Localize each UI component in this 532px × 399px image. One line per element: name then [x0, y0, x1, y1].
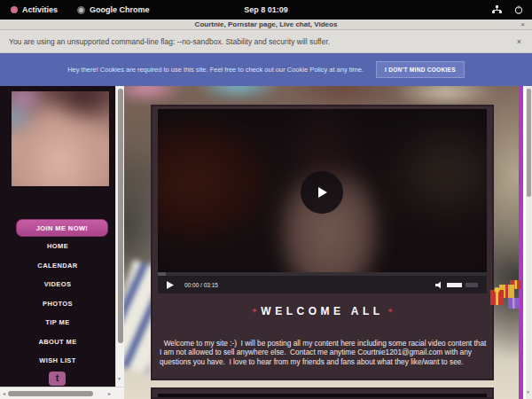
next-content-panel — [151, 387, 494, 399]
sidebar-vertical-scrollbar-thumb[interactable] — [118, 89, 123, 343]
scroll-right-arrow-icon[interactable]: ► — [107, 391, 112, 396]
join-me-now-button[interactable]: JOIN ME NOW! — [16, 219, 108, 237]
volume-icon[interactable] — [435, 281, 443, 289]
network-icon[interactable] — [492, 5, 502, 14]
sidebar-nav: HOME CALENDAR VIDEOS PHOTOS TIP ME ABOUT… — [0, 242, 115, 364]
sidebar-item-wish-list[interactable]: WISH LIST — [0, 356, 115, 364]
video-play-button[interactable] — [301, 171, 343, 214]
diamond-icon: ✦ — [248, 307, 262, 315]
sidebar-item-videos[interactable]: VIDEOS — [0, 280, 115, 288]
controls-play-icon[interactable] — [167, 281, 174, 289]
welcome-paragraph-1: Welcome to my site :-) I will be posting… — [160, 339, 489, 367]
video-time-display: 00:00 / 03:15 — [184, 282, 218, 288]
page-content: JOIN ME NOW! HOME CALENDAR VIDEOS PHOTOS… — [0, 86, 532, 399]
power-icon[interactable] — [514, 5, 523, 14]
system-top-bar: Sep 8 01:09 Activities Google Chrome — [0, 0, 532, 20]
system-clock[interactable]: Sep 8 01:09 — [0, 5, 532, 14]
sidebar-vertical-scrollbar[interactable]: ▼ — [115, 86, 124, 387]
page-vertical-scrollbar[interactable]: ▼ — [526, 86, 532, 399]
sidebar-horizontal-scrollbar-thumb[interactable] — [8, 391, 93, 396]
page-vertical-scrollbar-thumb[interactable] — [527, 89, 531, 197]
welcome-heading-text: WELCOME ALL — [261, 305, 383, 317]
cookie-message: Hey there! Cookies are required to use t… — [67, 66, 364, 74]
model-photo-blur — [12, 91, 109, 186]
welcome-heading: ✦WELCOME ALL✦ — [153, 305, 492, 317]
sidebar: JOIN ME NOW! HOME CALENDAR VIDEOS PHOTOS… — [0, 86, 115, 399]
window-close-icon[interactable]: × — [520, 20, 525, 28]
play-icon — [315, 185, 329, 200]
window-title: Courtnie, Pornstar page, Live chat, Vide… — [195, 20, 338, 28]
scroll-down-arrow-icon[interactable]: ▼ — [117, 376, 121, 381]
video-controls-bar: 00:00 / 03:15 — [158, 272, 487, 293]
video-player[interactable]: 00:00 / 03:15 — [158, 109, 487, 293]
cookie-banner: Hey there! Cookies are required to use t… — [0, 53, 532, 86]
screen: Sep 8 01:09 Activities Google Chrome Cou… — [0, 0, 532, 399]
volume-level-filled[interactable] — [447, 283, 462, 287]
page-scroll-down-arrow-icon[interactable]: ▼ — [526, 389, 530, 395]
infobar-close-icon[interactable]: × — [517, 37, 521, 46]
sidebar-item-home[interactable]: HOME — [0, 242, 115, 250]
sidebar-item-about-me[interactable]: ABOUT ME — [0, 338, 115, 346]
welcome-panel: 00:00 / 03:15 ✦WELCOME ALL✦ Welcome to m… — [151, 105, 494, 380]
sidebar-item-photos[interactable]: PHOTOS — [0, 300, 115, 308]
infobar-message: You are using an unsupported command-lin… — [9, 37, 330, 46]
sidebar-item-calendar[interactable]: CALENDAR — [0, 262, 115, 270]
sidebar-horizontal-scrollbar[interactable]: ◄ ► — [0, 387, 124, 399]
cookie-accept-button[interactable]: I DON'T MIND COOKIES — [376, 61, 465, 78]
volume-level-rest[interactable] — [466, 283, 478, 287]
twitter-icon[interactable]: t — [49, 372, 66, 386]
chrome-infobar: You are using an unsupported command-lin… — [0, 30, 532, 53]
window-title-bar: Courtnie, Pornstar page, Live chat, Vide… — [0, 20, 532, 30]
scroll-left-arrow-icon[interactable]: ◄ — [2, 391, 6, 396]
model-photo — [12, 91, 109, 186]
diamond-icon: ✦ — [384, 307, 397, 315]
next-content-inner — [158, 394, 487, 397]
sidebar-item-tip-me[interactable]: TIP ME — [0, 318, 115, 326]
gift-boxes-graphic — [489, 279, 525, 311]
